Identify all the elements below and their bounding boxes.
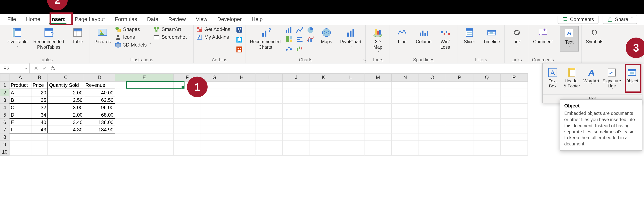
cell-A3[interactable]: B [9, 96, 31, 103]
cell-N10[interactable] [392, 148, 419, 156]
cell-A1[interactable]: Product [9, 81, 31, 89]
col-header-B[interactable]: B [31, 74, 48, 81]
cell-Q3[interactable] [473, 96, 500, 103]
3d-map-button[interactable]: 3D Map [368, 26, 388, 56]
cell-K3[interactable] [310, 96, 337, 103]
cell-E4[interactable] [115, 103, 174, 111]
cell-B7[interactable]: 43 [31, 126, 48, 133]
tab-data[interactable]: Data [142, 14, 163, 24]
cell-O9[interactable] [419, 141, 446, 148]
col-header-O[interactable]: O [419, 74, 446, 81]
cell-O5[interactable] [419, 111, 446, 118]
cell-F6[interactable] [174, 118, 201, 126]
cell-G10[interactable] [201, 148, 228, 156]
cell-P10[interactable] [446, 148, 473, 156]
col-header-P[interactable]: P [446, 74, 473, 81]
row-header-1[interactable]: 1 [0, 81, 9, 89]
text-box-button[interactable]: A Text Box [544, 67, 561, 93]
tab-view[interactable]: View [191, 14, 212, 24]
row-header-7[interactable]: 7 [0, 126, 9, 133]
slicer-button[interactable]: Slicer [460, 26, 479, 46]
people-graph-icon[interactable] [236, 46, 243, 53]
cell-G5[interactable] [201, 111, 228, 118]
cell-P7[interactable] [446, 126, 473, 133]
charts-dialog-launcher[interactable]: ↘ [363, 58, 366, 62]
cell-I6[interactable] [255, 118, 282, 126]
get-addins-button[interactable]: Get Add-ins [196, 26, 230, 32]
pictures-button[interactable]: Pictures [93, 26, 112, 51]
cell-C4[interactable]: 3.00 [48, 103, 84, 111]
cell-M7[interactable] [364, 126, 392, 133]
cell-E6[interactable] [115, 118, 174, 126]
cell-C7[interactable]: 4.30 [48, 126, 84, 133]
cell-P6[interactable] [446, 118, 473, 126]
cell-L6[interactable] [337, 118, 364, 126]
cell-J1[interactable] [282, 81, 310, 89]
scatter-chart-icon[interactable] [285, 44, 293, 52]
cell-N4[interactable] [392, 103, 419, 111]
cell-C2[interactable]: 2.00 [48, 89, 84, 96]
row-header-9[interactable]: 9 [0, 141, 9, 148]
spark-column-button[interactable]: Column [414, 26, 433, 46]
cell-M4[interactable] [364, 103, 392, 111]
cell-C5[interactable]: 2.00 [48, 111, 84, 118]
col-header-M[interactable]: M [364, 74, 392, 81]
cell-M3[interactable] [364, 96, 392, 103]
cell-B6[interactable]: 40 [31, 118, 48, 126]
cell-J3[interactable] [282, 96, 310, 103]
cell-H3[interactable] [228, 96, 256, 103]
cell-J8[interactable] [282, 133, 310, 141]
cell-O7[interactable] [419, 126, 446, 133]
cell-L5[interactable] [337, 111, 364, 118]
pie-chart-icon[interactable] [306, 26, 314, 34]
cell-D4[interactable]: 96.00 [84, 103, 115, 111]
recommended-charts-button[interactable]: ? Recommended Charts [248, 26, 282, 51]
cell-A6[interactable]: E [9, 118, 31, 126]
symbols-button[interactable]: Ω Symbols [584, 26, 605, 51]
cell-N5[interactable] [392, 111, 419, 118]
tab-page-layout[interactable]: Page Layout [70, 14, 110, 24]
col-header-R[interactable]: R [500, 74, 528, 81]
cell-F5[interactable] [174, 111, 201, 118]
cell-P8[interactable] [446, 133, 473, 141]
maps-button[interactable]: Maps [317, 26, 336, 51]
cell-O10[interactable] [419, 148, 446, 156]
col-header-K[interactable]: K [310, 74, 337, 81]
object-button[interactable]: Object [624, 67, 640, 93]
screenshot-button[interactable]: Screenshot [154, 34, 191, 40]
col-header-C[interactable]: C [48, 74, 84, 81]
cell-I1[interactable] [255, 81, 282, 89]
cell-L2[interactable] [337, 89, 364, 96]
tab-home[interactable]: Home [21, 14, 45, 24]
new-comment-button[interactable]: Comment [532, 26, 554, 46]
line-chart-icon[interactable] [296, 26, 304, 34]
cell-R6[interactable] [500, 118, 528, 126]
cell-D6[interactable]: 136.00 [84, 118, 115, 126]
tab-help[interactable]: Help [247, 14, 268, 24]
shapes-button[interactable]: Shapes [115, 26, 144, 32]
cell-B3[interactable]: 25 [31, 96, 48, 103]
column-chart-icon[interactable] [285, 26, 293, 34]
cell-B4[interactable]: 32 [31, 103, 48, 111]
combo-chart-icon[interactable] [306, 35, 314, 43]
fx-icon[interactable]: fx [51, 65, 55, 71]
tab-insert[interactable]: Insert [45, 14, 70, 24]
cell-B5[interactable]: 34 [31, 111, 48, 118]
cell-D9[interactable] [84, 141, 115, 148]
cell-G4[interactable] [201, 103, 228, 111]
cell-I3[interactable] [255, 96, 282, 103]
cell-F7[interactable] [174, 126, 201, 133]
tab-review[interactable]: Review [163, 14, 191, 24]
cell-H9[interactable] [228, 141, 256, 148]
cell-G8[interactable] [201, 133, 228, 141]
col-header-L[interactable]: L [337, 74, 364, 81]
cell-L1[interactable] [337, 81, 364, 89]
cell-C1[interactable]: Quantity Sold [48, 81, 84, 89]
cell-P1[interactable] [446, 81, 473, 89]
cell-K4[interactable] [310, 103, 337, 111]
cell-I7[interactable] [255, 126, 282, 133]
col-header-A[interactable]: A [9, 74, 31, 81]
col-header-I[interactable]: I [255, 74, 282, 81]
cell-Q4[interactable] [473, 103, 500, 111]
cell-Q5[interactable] [473, 111, 500, 118]
